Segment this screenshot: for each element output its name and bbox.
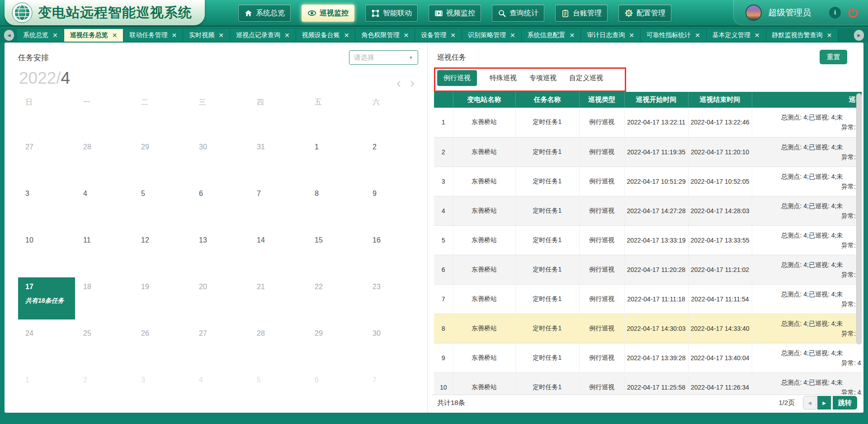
calendar-day-cell[interactable]: 18 [76, 277, 134, 324]
workspace-tab[interactable]: 巡视点记录查询 ✕ [230, 29, 296, 42]
workspace-tab[interactable]: 可靠性指标统计 ✕ [641, 29, 707, 42]
close-icon[interactable]: ✕ [112, 32, 118, 38]
calendar-day-cell[interactable]: 4 [76, 184, 134, 231]
table-row[interactable]: 10 东善桥站 定时任务1 例行巡视 2022-04-17 11:25:58 2… [434, 372, 862, 395]
calendar-day-cell[interactable]: 16 [365, 231, 423, 277]
calendar-day-cell[interactable]: 7 [365, 371, 423, 413]
calendar-day-cell[interactable]: 12 [134, 231, 192, 277]
logout-power-icon[interactable] [847, 7, 859, 19]
workspace-tab[interactable]: 系统信息配置 ✕ [522, 29, 581, 42]
close-icon[interactable]: ✕ [284, 32, 290, 38]
nav-video-monitor[interactable]: 视频监控 [429, 5, 481, 22]
close-icon[interactable]: ✕ [171, 32, 177, 38]
calendar-day-cell[interactable]: 28 [250, 324, 307, 371]
nav-query-statistics[interactable]: 查询统计 [492, 5, 544, 22]
calendar-day-cell[interactable]: 25 [76, 324, 134, 371]
close-icon[interactable]: ✕ [827, 32, 832, 38]
calendar-day-cell[interactable]: 31 [250, 138, 307, 184]
vertical-scrollbar[interactable] [856, 93, 862, 344]
calendar-day-cell[interactable]: 14 [250, 231, 307, 277]
calendar-day-cell[interactable]: 19 [134, 277, 192, 324]
calendar-day-cell[interactable]: 6 [192, 184, 250, 231]
close-icon[interactable]: ✕ [570, 32, 575, 38]
workspace-tab[interactable]: 角色权限管理 ✕ [355, 29, 415, 42]
calendar-day-cell[interactable]: 4 [192, 371, 250, 413]
tabs-scroll-left-icon[interactable]: ◀ [4, 30, 14, 41]
calendar-day-cell[interactable]: 3 [18, 184, 76, 231]
next-page-button[interactable]: ▶ [817, 396, 831, 410]
calendar-day-cell[interactable]: 30 [365, 324, 423, 371]
info-icon[interactable]: i [829, 7, 841, 19]
calendar-day-cell[interactable]: 22 [307, 277, 365, 324]
inspection-type-tab[interactable]: 例行巡视 [437, 70, 477, 86]
reset-button[interactable]: 重置 [820, 50, 847, 64]
table-row[interactable]: 4 东善桥站 定时任务1 例行巡视 2022-04-17 14:27:28 20… [434, 196, 862, 225]
jump-page-button[interactable]: 跳转 [833, 396, 857, 410]
table-row[interactable]: 5 东善桥站 定时任务1 例行巡视 2022-04-17 13:33:19 20… [434, 225, 862, 255]
calendar-day-cell[interactable]: 2 [365, 138, 423, 184]
inspection-type-tab[interactable]: 自定义巡视 [569, 74, 603, 82]
calendar-day-cell[interactable]: 11 [76, 231, 134, 277]
close-icon[interactable]: ✕ [52, 32, 58, 38]
calendar-day-cell[interactable]: 1 [307, 138, 365, 184]
workspace-tab[interactable]: 审计日志查询 ✕ [581, 29, 641, 42]
workspace-tab[interactable]: 静默监视告警查询 ✕ [766, 29, 839, 42]
calendar-day-cell[interactable]: 30 [192, 138, 250, 184]
table-row[interactable]: 2 东善桥站 定时任务1 例行巡视 2022-04-17 11:19:35 20… [434, 137, 862, 167]
close-icon[interactable]: ✕ [695, 32, 700, 38]
calendar-day-cell[interactable]: 8 [307, 184, 365, 231]
calendar-day-cell[interactable]: 23 [365, 277, 423, 324]
close-icon[interactable]: ✕ [510, 32, 515, 38]
close-icon[interactable]: ✕ [344, 32, 349, 38]
calendar-day-cell[interactable]: 27 [18, 138, 76, 184]
calendar-day-cell[interactable]: 1 [18, 371, 76, 413]
table-row[interactable]: 7 东善桥站 定时任务1 例行巡视 2022-04-17 11:11:18 20… [434, 284, 862, 314]
calendar-day-cell[interactable]: 3 [134, 371, 192, 413]
workspace-tab[interactable]: 识别策略管理 ✕ [462, 29, 522, 42]
calendar-day-cell[interactable]: 27 [192, 324, 250, 371]
close-icon[interactable]: ✕ [403, 32, 409, 38]
inspection-type-tab[interactable]: 专项巡视 [529, 74, 557, 82]
table-row[interactable]: 1 东善桥站 定时任务1 例行巡视 2022-04-17 13:22:11 20… [434, 108, 862, 137]
table-row[interactable]: 6 东善桥站 定时任务1 例行巡视 2022-04-17 11:20:28 20… [434, 255, 862, 284]
calendar-day-cell[interactable]: 2 [76, 371, 134, 413]
close-icon[interactable]: ✕ [218, 32, 224, 38]
table-row[interactable]: 3 东善桥站 定时任务1 例行巡视 2022-04-17 10:51:29 20… [434, 167, 862, 196]
nav-inspection-monitor[interactable]: 巡视监控 [302, 5, 354, 22]
nav-config-management[interactable]: 配置管理 [618, 5, 671, 22]
nav-ledger-management[interactable]: 台账管理 [555, 5, 608, 22]
inspection-type-tab[interactable]: 特殊巡视 [490, 74, 517, 82]
calendar-prev-icon[interactable]: ‹ [396, 76, 401, 90]
calendar-day-cell[interactable]: 5 [250, 371, 307, 413]
workspace-tab[interactable]: 联动任务管理 ✕ [123, 29, 183, 42]
calendar-day-cell[interactable]: 9 [365, 184, 423, 231]
nav-system-overview[interactable]: 系统总览 [238, 5, 291, 22]
calendar-day-cell[interactable]: 28 [76, 138, 134, 184]
calendar-day-cell[interactable]: 29 [134, 138, 192, 184]
calendar-day-cell[interactable]: 29 [307, 324, 365, 371]
workspace-tab[interactable]: 设备管理 ✕ [415, 29, 462, 42]
table-row[interactable]: 8 东善桥站 定时任务1 例行巡视 2022-04-17 14:30:03 20… [434, 314, 862, 343]
avatar[interactable] [745, 5, 762, 21]
table-row[interactable]: 9 东善桥站 定时任务1 例行巡视 2022-04-17 13:39:28 20… [434, 343, 862, 372]
close-icon[interactable]: ✕ [755, 32, 760, 38]
calendar-day-cell[interactable]: 21 [250, 277, 307, 324]
calendar-day-cell[interactable]: 13 [192, 231, 250, 277]
task-filter-select[interactable]: 请选择 ▼ [349, 50, 418, 65]
tabs-scroll-right-icon[interactable]: ▶ [854, 30, 864, 41]
calendar-day-cell[interactable]: 20 [192, 277, 250, 324]
calendar-day-cell[interactable]: 24 [18, 324, 76, 371]
close-icon[interactable]: ✕ [450, 32, 456, 38]
calendar-day-cell[interactable]: 5 [134, 184, 192, 231]
calendar-next-icon[interactable]: › [410, 76, 415, 90]
nav-smart-linkage[interactable]: 智能联动 [365, 5, 418, 22]
workspace-tab[interactable]: 巡视任务总览 ✕ [64, 29, 124, 42]
calendar-day-cell[interactable]: 10 [18, 231, 76, 277]
calendar-day-cell[interactable]: 7 [250, 184, 307, 231]
workspace-tab[interactable]: 视频设备台账 ✕ [296, 29, 356, 42]
close-icon[interactable]: ✕ [629, 32, 634, 38]
workspace-tab[interactable]: 系统总览 ✕ [17, 29, 64, 42]
prev-page-button[interactable]: ◀ [803, 396, 816, 410]
calendar-day-cell[interactable]: 17 共有18条任务 [18, 277, 75, 319]
calendar-day-cell[interactable]: 26 [134, 324, 192, 371]
